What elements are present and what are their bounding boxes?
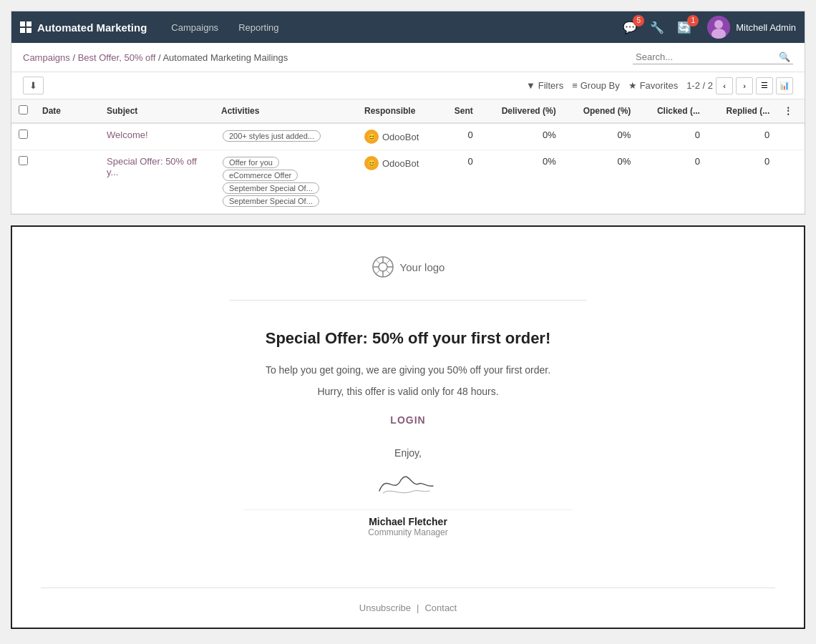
nav-icons: 💬 5 🔧 🔄 1 Mitchell Admin: [620, 16, 796, 39]
filter-icon: ▼: [526, 80, 535, 91]
grid-icon: [20, 21, 31, 33]
footer-separator: |: [417, 602, 419, 613]
action-row: ⬇ ▼ Filters ≡ Group By ★ Favorites 1-2 /…: [11, 72, 805, 99]
select-all-checkbox[interactable]: [19, 105, 28, 114]
breadcrumb-best-offer[interactable]: Best Offer, 50% off: [78, 52, 156, 63]
todo-icon-btn[interactable]: 🔄 1: [674, 18, 694, 37]
row1-activities: 200+ styles just added...: [214, 123, 357, 150]
activity-tag[interactable]: Offer for you: [223, 157, 279, 168]
subject-header[interactable]: Subject: [99, 99, 214, 123]
export-button[interactable]: ⬇: [23, 77, 44, 94]
row1-responsible-name: OdooBot: [382, 132, 419, 142]
breadcrumb-current: Automated Marketing Mailings: [162, 52, 288, 63]
sig-title: Community Manager: [200, 527, 616, 537]
row2-subject[interactable]: Special Offer: 50% off y...: [99, 150, 214, 214]
user-name: Mitchell Admin: [736, 22, 796, 33]
group-by-label: Group By: [581, 80, 620, 91]
nav-campaigns[interactable]: Campaigns: [161, 11, 228, 43]
table-row: Welcome! 200+ styles just added... 😊 Odo…: [11, 123, 805, 150]
activity-tag[interactable]: September Special Of...: [223, 182, 319, 194]
activity-tag[interactable]: September Special Of...: [223, 195, 319, 207]
nav-links: Campaigns Reporting: [161, 11, 288, 43]
clicked-header[interactable]: Clicked (...: [638, 99, 707, 123]
activities-header[interactable]: Activities: [214, 99, 357, 123]
favorites-button[interactable]: ★ Favorites: [628, 80, 678, 91]
activities-icon-btn[interactable]: 🔧: [647, 18, 667, 37]
messages-icon-btn[interactable]: 💬 5: [620, 18, 640, 37]
footer-divider: [41, 587, 775, 588]
group-by-button[interactable]: ≡ Group By: [572, 80, 620, 91]
search-icon[interactable]: 🔍: [779, 52, 790, 62]
row2-clicked: 0: [638, 150, 707, 214]
logo-area: Your logo: [200, 255, 616, 278]
logo-icon: [371, 255, 394, 278]
row2-replied: 0: [707, 150, 777, 214]
row2-responsible: 😊 OdooBot: [357, 150, 440, 214]
signature-area: Michael Fletcher Community Manager: [200, 466, 616, 537]
row2-date: [35, 150, 99, 214]
top-panel: Automated Marketing Campaigns Reporting …: [11, 11, 805, 215]
footer-links: Unsubscribe | Contact: [12, 602, 804, 628]
user-area[interactable]: Mitchell Admin: [707, 16, 796, 39]
replied-header[interactable]: Replied (...: [707, 99, 777, 123]
prev-page-button[interactable]: ‹: [716, 77, 733, 94]
pagination-text: 1-2 / 2: [686, 80, 713, 91]
login-link[interactable]: LOGIN: [200, 414, 616, 426]
row1-responsible: 😊 OdooBot: [357, 123, 440, 150]
next-page-button[interactable]: ›: [736, 77, 753, 94]
filter-group: ▼ Filters ≡ Group By ★ Favorites 1-2 / 2…: [526, 77, 793, 94]
favorites-label: Favorites: [640, 80, 678, 91]
brand[interactable]: Automated Marketing: [20, 21, 147, 34]
row2-activities: Offer for you eCommerce Offer September …: [214, 150, 357, 214]
breadcrumb-campaigns[interactable]: Campaigns: [23, 52, 70, 63]
row1-date: [35, 123, 99, 150]
email-body: Your logo Special Offer: 50% off your fi…: [157, 227, 659, 566]
todo-badge: 1: [687, 15, 699, 26]
more-header: ⋮: [777, 99, 805, 123]
row1-sent: 0: [440, 123, 480, 150]
sig-name: Michael Fletcher: [200, 516, 616, 527]
activity-tag[interactable]: eCommerce Offer: [223, 170, 298, 181]
email-title: Special Offer: 50% off your first order!: [200, 329, 616, 348]
row2-opened: 0%: [563, 150, 638, 214]
row1-replied: 0: [707, 123, 777, 150]
row1-subject[interactable]: Welcome!: [99, 123, 214, 150]
search-input[interactable]: [636, 52, 779, 62]
breadcrumb: Campaigns / Best Offer, 50% off / Automa…: [23, 52, 288, 63]
unsubscribe-link[interactable]: Unsubscribe: [359, 602, 411, 613]
svg-point-1: [714, 20, 723, 29]
row2-sent: 0: [440, 150, 480, 214]
row1-checkbox[interactable]: [19, 130, 28, 139]
date-header[interactable]: Date: [35, 99, 99, 123]
signature-svg: [372, 466, 444, 502]
list-view-button[interactable]: ☰: [756, 77, 773, 94]
chart-view-button[interactable]: 📊: [776, 77, 793, 94]
enjoy-text: Enjoy,: [200, 447, 616, 459]
email-divider: [229, 300, 587, 301]
odoobot-icon: 😊: [364, 156, 379, 170]
filters-button[interactable]: ▼ Filters: [526, 80, 563, 91]
email-body-line2: Hurry, this offer is valid only for 48 h…: [200, 384, 616, 399]
search-bar: 🔍: [633, 50, 793, 64]
row1-delivered: 0%: [480, 123, 563, 150]
svg-point-4: [379, 263, 387, 271]
nav-reporting[interactable]: Reporting: [228, 11, 288, 43]
filters-label: Filters: [538, 80, 563, 91]
odoobot-icon: 😊: [364, 130, 379, 144]
delivered-header[interactable]: Delivered (%): [480, 99, 563, 123]
row1-clicked: 0: [638, 123, 707, 150]
responsible-header[interactable]: Responsible: [357, 99, 440, 123]
contact-link[interactable]: Contact: [424, 602, 457, 613]
logo-text: Your logo: [400, 261, 445, 273]
email-body-line1: To help you get going, we are giving you…: [200, 362, 616, 378]
row2-delivered: 0%: [480, 150, 563, 214]
app-title: Automated Marketing: [37, 21, 147, 34]
pagination: 1-2 / 2 ‹ › ☰ 📊: [686, 77, 793, 94]
star-icon: ★: [628, 80, 637, 91]
navbar: Automated Marketing Campaigns Reporting …: [11, 11, 805, 43]
opened-header[interactable]: Opened (%): [563, 99, 638, 123]
row2-checkbox[interactable]: [19, 156, 28, 165]
sent-header[interactable]: Sent: [440, 99, 480, 123]
breadcrumb-bar: Campaigns / Best Offer, 50% off / Automa…: [11, 43, 805, 72]
activity-tag[interactable]: 200+ styles just added...: [223, 130, 321, 142]
